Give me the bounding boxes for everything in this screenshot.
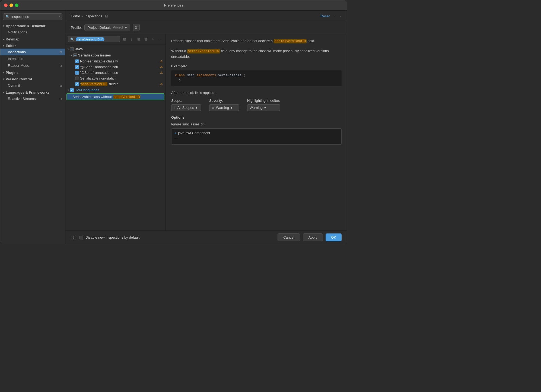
tree-row-serial-annotation-cou[interactable]: ✓ '@Serial' annotation cou ⚠ — [65, 64, 166, 70]
tree-row-non-serializable[interactable]: ✓ Non-serializable class w ⚠ — [65, 58, 166, 64]
chevron-down-icon: ▾ — [3, 24, 4, 27]
collapse-all-button[interactable]: ⊟ — [136, 36, 142, 42]
serialization-issues-header[interactable]: ▾ — Serialization issues — [65, 52, 166, 58]
cancel-button[interactable]: Cancel — [278, 233, 300, 241]
sidebar-item-commit[interactable]: Commit ⊡ — [0, 82, 65, 89]
filter-bar: 🔍 serialVersionUID ✕ ⊟ ↕ — [65, 34, 166, 45]
ok-button[interactable]: OK — [326, 233, 342, 241]
jvm-languages-checkbox[interactable]: ✓ — [70, 88, 74, 92]
sidebar-section-label: Languages & Frameworks — [6, 90, 50, 94]
highlight-dropdown[interactable]: Warning ▾ — [247, 104, 280, 111]
sidebar-item-keymap[interactable]: ▸ Keymap — [0, 36, 65, 42]
back-arrow-icon[interactable]: ← — [333, 14, 337, 18]
sidebar-search-input[interactable] — [11, 15, 57, 19]
serialization-issues-label: Serialization issues — [78, 53, 111, 57]
serializable-non-static-label: Serializable non-static i — [80, 76, 163, 80]
serial-version-uid-field-checkbox[interactable]: ✓ — [75, 82, 79, 86]
java-section-header[interactable]: ▾ — Java — [65, 46, 166, 52]
checkmark-icon: ✓ — [76, 83, 78, 86]
sidebar-item-languages[interactable]: ▾ Languages & Frameworks — [0, 89, 65, 95]
expand-all-button[interactable]: ⊞ — [143, 36, 149, 42]
titlebar: Preferences — [0, 0, 347, 11]
filter-search-icon: 🔍 — [70, 37, 74, 41]
severity-value: Warning — [216, 106, 229, 110]
chevron-right-icon: ▸ — [3, 38, 4, 41]
forward-arrow-icon[interactable]: → — [338, 14, 342, 18]
serialization-checkbox[interactable]: — — [73, 53, 77, 57]
commit-page-icon: ⊡ — [59, 83, 62, 87]
gear-button[interactable]: ⚙ — [133, 24, 140, 31]
chevron-down-icon: ▾ — [3, 91, 4, 94]
serializable-class-label: Serializable class without 'serialVersio… — [72, 95, 162, 99]
java-chevron-icon: ▾ — [68, 48, 69, 50]
remove-inspection-button[interactable]: − — [157, 36, 163, 42]
chevron-down-icon: ▾ — [3, 44, 4, 47]
close-button[interactable] — [4, 4, 8, 7]
jvm-languages-label: JVM languages — [75, 88, 99, 92]
checkmark-icon: ✓ — [71, 88, 73, 91]
maximize-button[interactable] — [15, 4, 18, 7]
severity-dropdown[interactable]: ⚠ Warning ▾ — [209, 104, 239, 111]
code-token-serialVersionUID: serialVersionUID — [274, 39, 307, 43]
minimize-button[interactable] — [9, 4, 13, 7]
sidebar-item-reactive-streams[interactable]: Reactive Streams ⊡ — [0, 95, 65, 102]
scope-label: Scope: — [171, 99, 201, 103]
sort-icon: ↕ — [131, 37, 133, 41]
footer-buttons: Cancel Apply OK — [278, 233, 342, 241]
tree-row-serial-annotation-use[interactable]: ✓ '@Serial' annotation use ⚠ — [65, 70, 166, 75]
breadcrumb-editor[interactable]: Editor — [71, 14, 80, 18]
profile-label: Profile: — [71, 26, 82, 30]
clear-search-icon[interactable]: ✕ — [59, 15, 61, 18]
profile-tag: Project — [113, 26, 123, 29]
help-button[interactable]: ? — [71, 235, 76, 240]
reset-button[interactable]: Reset — [320, 14, 330, 18]
sidebar-item-editor[interactable]: ▾ Editor — [0, 42, 65, 49]
profile-name: Project Default — [87, 26, 110, 30]
filter-icon-button[interactable]: ⊟ — [122, 36, 128, 42]
sidebar-item-appearance[interactable]: ▾ Appearance & Behavior — [0, 22, 65, 29]
non-serializable-checkbox[interactable]: ✓ — [75, 59, 79, 63]
serial-annotation-cou-checkbox[interactable]: ✓ — [75, 65, 79, 69]
compact-view-icon[interactable]: ⊡ — [105, 14, 108, 18]
sidebar-section-label: Editor — [6, 44, 16, 48]
filter-search-box[interactable]: 🔍 serialVersionUID ✕ — [68, 36, 120, 42]
add-inspection-button[interactable]: + — [150, 36, 156, 42]
filter-actions: ⊟ ↕ ⊟ ⊞ + — [122, 36, 163, 42]
tree-row-serializable-non-static[interactable]: Serializable non-static i — [65, 75, 166, 81]
code-token-serialVersionUID2: serialVersionUID — [187, 49, 220, 53]
profile-dropdown[interactable]: Project Default Project ▾ — [84, 24, 130, 31]
content-area: Editor › Inspections ⊡ Reset ← → Profile… — [65, 11, 347, 244]
severity-dropdown-arrow-icon: ▾ — [231, 106, 233, 110]
warning-icon: ⚠ — [160, 59, 163, 63]
serialization-chevron-icon: ▾ — [71, 54, 72, 57]
ignore-label: Ignore subclasses of: — [171, 122, 342, 126]
warning-icon: ⚠ — [160, 71, 163, 75]
remove-ignore-icon[interactable]: — — [174, 136, 179, 141]
sidebar-item-label: Intentions — [8, 57, 23, 61]
sidebar-item-reader-mode[interactable]: Reader Mode ⊡ — [0, 62, 65, 69]
disable-new-inspections-checkbox[interactable] — [79, 236, 83, 239]
serializable-non-static-checkbox[interactable] — [75, 77, 79, 80]
apply-button[interactable]: Apply — [303, 233, 323, 241]
preferences-window: Preferences 🔍 ✕ ▾ Appearance & Behavior … — [0, 0, 347, 244]
sidebar-item-inspections[interactable]: Inspections ⊡ — [0, 49, 65, 55]
sort-button[interactable]: ↕ — [129, 36, 135, 42]
filter-tag-close-icon[interactable]: ✕ — [100, 37, 103, 41]
sidebar-item-plugins[interactable]: ▸ Plugins — [0, 69, 65, 75]
dropdown-arrow-icon: ▾ — [125, 26, 127, 30]
question-mark-icon: ? — [73, 236, 75, 239]
scope-dropdown[interactable]: In All Scopes ▾ — [171, 104, 201, 111]
tree-row-serial-version-uid-field[interactable]: ✓ 'serialVersionUID' field r ⚠ — [65, 81, 166, 87]
sidebar-item-version-control[interactable]: ▾ Version Control — [0, 75, 65, 82]
nav-arrows: ← → — [333, 14, 342, 18]
gear-icon: ⚙ — [135, 26, 138, 30]
add-ignore-icon[interactable]: + — [174, 131, 176, 135]
jvm-languages-section-header[interactable]: ▾ ✓ JVM languages — [65, 87, 166, 93]
tree-row-serializable-class[interactable]: Serializable class without 'serialVersio… — [66, 93, 164, 100]
java-checkbox[interactable]: — — [70, 47, 74, 51]
sidebar-item-notifications[interactable]: Notifications — [0, 29, 65, 36]
traffic-lights — [4, 4, 18, 7]
sidebar-search-box[interactable]: 🔍 ✕ — [3, 13, 62, 20]
sidebar-item-intentions[interactable]: Intentions — [0, 55, 65, 62]
serial-annotation-use-checkbox[interactable]: ✓ — [75, 71, 79, 75]
